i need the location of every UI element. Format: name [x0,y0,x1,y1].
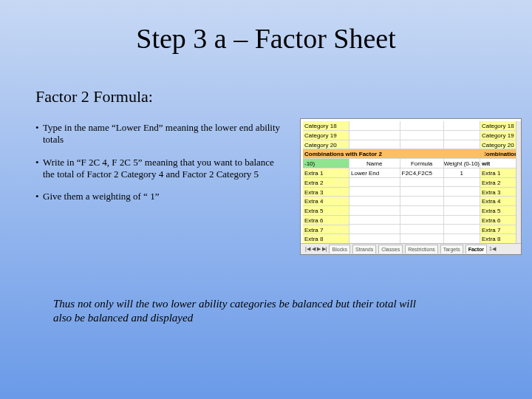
tab-targets[interactable]: Targets [440,245,463,253]
conclusion-text: Thus not only will the two lower ability… [53,297,423,325]
list-item: • Type in the name “Lower End” meaning t… [35,122,287,146]
cell [444,197,480,206]
cell: Extra 5 [303,206,349,216]
cell [480,159,521,168]
cell: Extra 2 [303,178,349,188]
bullet-dot: • [35,157,43,181]
cell: Category 20 [303,140,349,150]
tab-classes[interactable]: Classes [378,245,403,253]
cell-weight-value: 1 [444,168,480,178]
column-header-weight: Weight (0-10) [444,159,480,168]
cell [400,206,443,216]
cell [444,187,480,197]
cell-name-value: Lower End [349,168,400,178]
cell [349,178,400,188]
cell [349,197,400,206]
bullet-dot: • [35,122,43,146]
cell [349,140,400,150]
tab-strands[interactable]: Strands [352,245,376,253]
sheet-tabs-bar: |◀ ◀ ▶ ▶| Blocks Strands Classes Restric… [301,243,521,254]
cell-formula-value: F2C4,F2C5 [400,168,443,178]
cell [349,206,400,216]
cell: Category 20 [480,140,521,150]
cell [400,140,443,150]
cell: Extra 1 [303,168,349,178]
tab-restrictions[interactable]: Restrictions [405,245,438,253]
cell: Extra 6 [480,216,521,225]
sheet-grid: Category 18 Category 19 Category 20 Comb… [303,121,521,244]
cell: Extra 3 [480,188,521,197]
sheet-col-formula: Formula F2C4,F2C5 [400,121,443,244]
scrollbar-vertical[interactable] [516,121,521,244]
cell [349,216,400,225]
sheet-col-a: Category 18 Category 19 Category 20 Comb… [303,121,349,244]
column-header-formula: Formula [400,159,443,168]
cell [400,131,443,140]
nav-arrows-icon[interactable]: |◀ ◀ ▶ ▶| [305,246,327,252]
cell: Extra 4 [303,197,349,206]
page-title: Step 3 a – Factor Sheet [0,22,532,55]
cell [400,178,443,188]
bullet-list: • Type in the name “Lower End” meaning t… [35,122,287,213]
sheet-col-name: Name Lower End [349,121,400,244]
tab-blocks[interactable]: Blocks [329,245,350,253]
cell [444,131,480,140]
list-item-text: Type in the name “Lower End” meaning the… [43,122,287,146]
list-item-text: Give them a weighting of “ 1” [43,191,287,202]
list-item: • Write in “F 2C 4, F 2C 5” meaning that… [35,157,287,181]
cell [349,187,400,197]
cell: Extra 3 [303,188,349,197]
cell [400,187,443,197]
cell [400,225,443,234]
sheet-col-weight: Weight (0-10) 1 [443,121,480,244]
cell [444,206,480,216]
cell [400,121,443,131]
cell: Category 19 [303,131,349,140]
cell [349,121,400,131]
cell [444,216,480,225]
tab-overflow: 1◀ [489,246,496,252]
column-header-name: Name [349,159,400,168]
cell-corner: -10) [303,159,349,168]
cell: Extra 6 [303,216,349,225]
cell: Category 19 [480,131,521,140]
cell: Extra 1 [480,168,521,178]
cell: Extra 2 [480,178,521,188]
section-band: Combinations with Factor 2 [303,149,485,159]
cell: Category 18 [303,121,349,131]
sheet-col-right: Category 18 Category 19 Category 20 Comb… [480,121,521,244]
cell [444,140,480,150]
cell: Category 18 [480,121,521,131]
section-band-right: Combinations wit [480,149,521,159]
cell [444,225,480,234]
cell [444,178,480,188]
cell: Extra 7 [480,225,521,235]
cell: Extra 7 [303,225,349,235]
tab-factor[interactable]: Factor [466,245,487,253]
cell: Extra 4 [480,197,521,206]
cell: Extra 5 [480,206,521,216]
cell [349,225,400,234]
cell [444,121,480,131]
spreadsheet-image: Category 18 Category 19 Category 20 Comb… [300,118,522,255]
cell [349,131,400,140]
list-item: • Give them a weighting of “ 1” [35,191,287,202]
bullet-dot: • [35,191,43,202]
subtitle: Factor 2 Formula: [35,87,153,106]
list-item-text: Write in “F 2C 4, F 2C 5” meaning that y… [43,157,287,181]
slide: Step 3 a – Factor Sheet Factor 2 Formula… [0,0,532,399]
cell [400,216,443,225]
cell [400,197,443,206]
